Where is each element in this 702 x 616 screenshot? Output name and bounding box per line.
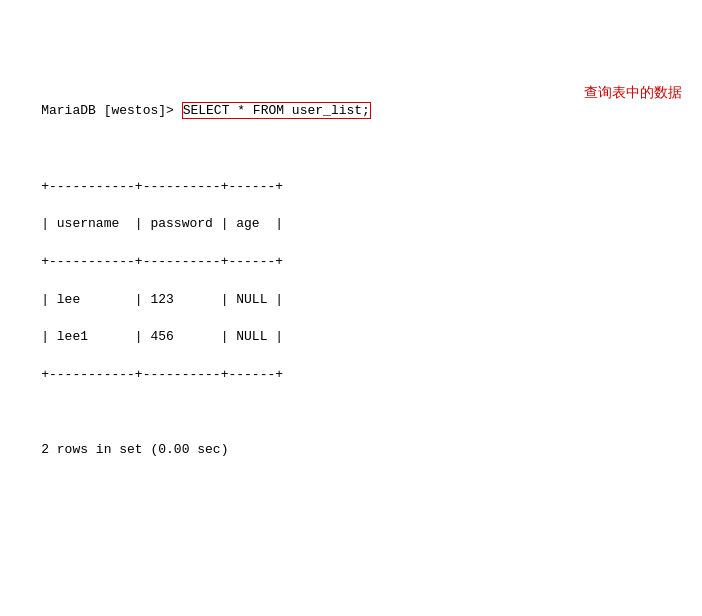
table1-row1: | lee | 123 | NULL | [41, 292, 283, 307]
block1-rowcount: 2 rows in set (0.00 sec) [41, 442, 228, 457]
prompt1: MariaDB [westos]> [41, 103, 181, 118]
table1-line3: +-----------+----------+------+ [41, 254, 283, 269]
table1-row2: | lee1 | 456 | NULL | [41, 329, 283, 344]
annotation1: 查询表中的数据 [584, 83, 682, 103]
terminal-container: MariaDB [westos]> SELECT * FROM user_lis… [10, 8, 692, 616]
cmd1: SELECT * FROM user_list; [182, 102, 371, 119]
table1-line1: +-----------+----------+------+ [41, 179, 283, 194]
block1-section: MariaDB [westos]> SELECT * FROM user_lis… [10, 83, 692, 479]
table1-line2: | username | password | age | [41, 216, 283, 231]
table1-line4: +-----------+----------+------+ [41, 367, 283, 382]
